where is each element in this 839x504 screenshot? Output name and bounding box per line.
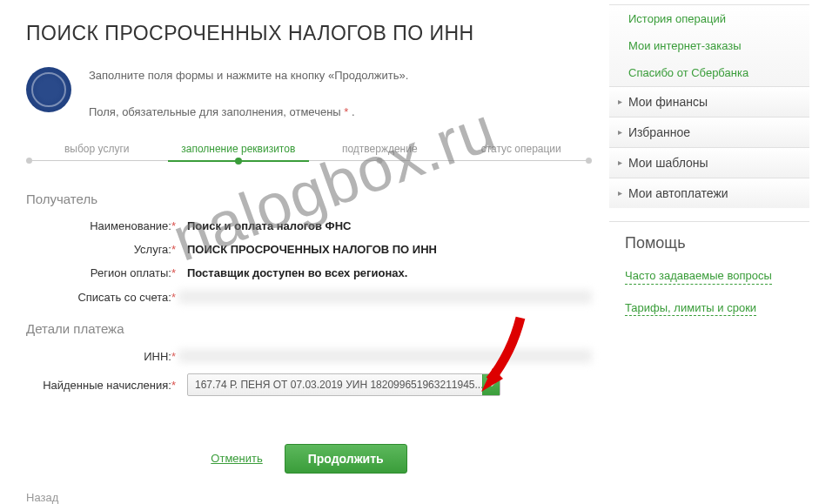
- intro-line1: Заполните поля формы и нажмите на кнопку…: [89, 67, 408, 85]
- intro-line2-pre: Поля, обязательные для заполнения, отмеч…: [89, 105, 344, 118]
- section-details: Детали платежа: [26, 321, 592, 336]
- side-item-autopay[interactable]: Мои автоплатежи: [609, 178, 809, 208]
- side-link-spasibo[interactable]: Спасибо от Сбербанка: [609, 59, 809, 86]
- found-charges-value: 167.74 Р. ПЕНЯ ОТ 07.03.2019 УИН 1820996…: [188, 379, 482, 391]
- chevron-down-icon[interactable]: [482, 374, 500, 395]
- step-3: подтверждение: [309, 143, 451, 165]
- side-link-history[interactable]: История операций: [609, 5, 809, 32]
- step-1: выбор услуги: [26, 143, 168, 165]
- label-account: Списать со счета:*: [26, 291, 178, 304]
- value-service: ПОИСК ПРОСРОЧЕННЫХ НАЛОГОВ ПО ИНН: [178, 243, 592, 256]
- side-link-orders[interactable]: Мои интернет-заказы: [609, 32, 809, 59]
- help-link-faq[interactable]: Часто задаваемые вопросы: [625, 268, 772, 285]
- value-inn: [178, 349, 592, 363]
- section-recipient: Получатель: [26, 192, 592, 206]
- fns-emblem-icon: [26, 67, 71, 112]
- continue-button[interactable]: Продолжить: [285, 444, 407, 474]
- help-link-tariffs[interactable]: Тарифы, лимиты и сроки: [625, 300, 756, 317]
- side-item-finances[interactable]: Мои финансы: [609, 86, 809, 117]
- page-title: ПОИСК ПРОСРОЧЕННЫХ НАЛОГОВ ПО ИНН: [26, 22, 592, 45]
- label-found: Найденные начисления:*: [26, 379, 178, 392]
- value-account: [178, 290, 592, 304]
- cancel-link[interactable]: Отменить: [211, 452, 262, 466]
- label-region: Регион оплаты:*: [26, 266, 178, 279]
- value-region: Поставщик доступен во всех регионах.: [178, 266, 592, 279]
- side-item-favorites[interactable]: Избранное: [609, 117, 809, 147]
- found-charges-dropdown[interactable]: 167.74 Р. ПЕНЯ ОТ 07.03.2019 УИН 1820996…: [187, 373, 500, 396]
- label-inn: ИНН:*: [26, 350, 178, 363]
- label-name: Наименование:*: [26, 219, 178, 232]
- label-service: Услуга:*: [26, 243, 178, 256]
- intro-line2-post: .: [348, 105, 354, 118]
- help-title: Помощь: [625, 234, 794, 252]
- step-4: статус операции: [451, 143, 593, 165]
- back-link[interactable]: Назад: [26, 491, 592, 504]
- value-name: Поиск и оплата налогов ФНС: [178, 219, 592, 232]
- step-2: заполнение реквизитов: [168, 143, 310, 165]
- intro-text: Заполните поля формы и нажмите на кнопку…: [89, 67, 408, 121]
- progress-stepper: выбор услуги заполнение реквизитов подтв…: [26, 143, 592, 165]
- side-item-templates[interactable]: Мои шаблоны: [609, 147, 809, 178]
